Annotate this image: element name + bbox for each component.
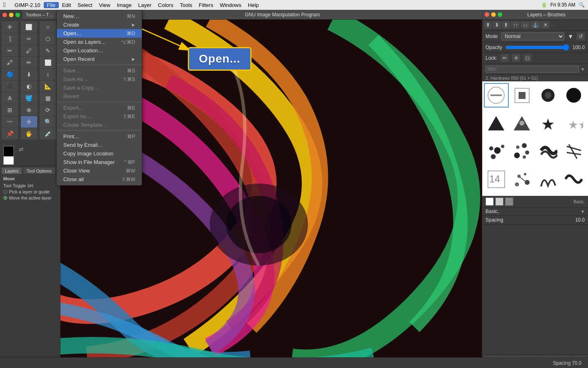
tool-color-picker[interactable]: 💉 [40,128,56,139]
brush-cell-12[interactable] [561,139,586,164]
menu-open-as-layers[interactable]: Open as Layers… ⌥⌘O [57,38,142,46]
brush-filter-arrow-icon[interactable]: ▼ [581,67,585,72]
menu-open-location[interactable]: Open Location… [57,46,142,55]
lock-position-btn[interactable]: ✛ [512,54,520,62]
tool-blur[interactable]: ⬛ [2,81,18,92]
minimize-button[interactable] [9,13,13,17]
tool-transform[interactable]: ⟳ [40,104,56,116]
tool-clone[interactable]: ⬇ [21,69,37,80]
menubar-file[interactable]: File [44,2,59,8]
rp-maximize-button[interactable] [498,12,502,17]
menubar-view[interactable]: View [96,2,114,8]
menu-send-email[interactable]: Send by Email… [57,141,142,149]
tool-dodge[interactable]: ◐ [21,81,37,92]
menu-close-view[interactable]: Close View ⌘W [57,166,142,175]
tab-tool-options[interactable]: Tool Options [23,168,55,174]
brush-cell-8[interactable]: ★★ [561,111,586,136]
menubar-windows[interactable]: Windows [216,2,245,8]
tool-bucket[interactable]: 🪣 [21,92,37,104]
brush-cell-2[interactable] [510,83,535,108]
menu-close-all[interactable]: Close all ⇧⌘W [57,175,142,184]
tool-pencil[interactable]: ✏ [21,57,37,68]
rp-layer-to-bottom[interactable]: ↓↓ [521,21,530,29]
menubar-search-icon[interactable]: 🔍 [579,2,585,8]
rp-minimize-button[interactable] [491,12,496,17]
brush-cell-14[interactable] [510,167,535,192]
brush-cell-1[interactable] [484,83,509,108]
rp-close-button[interactable] [485,12,489,17]
tool-smudge[interactable]: ↕ [40,69,56,80]
basic-dropdown-icon[interactable]: ▼ [581,209,585,214]
tool-zoom[interactable]: 🔍 [40,116,56,128]
menu-open-recent[interactable]: Open Recent ▶ [57,55,142,63]
tool-erase[interactable]: ⬜ [40,57,56,68]
palette-light-gray[interactable] [495,197,503,206]
rp-new-layer[interactable]: ⬆ [484,21,492,29]
menubar-colors[interactable]: Colors [155,2,177,8]
tool-move-active[interactable]: ✛ [21,116,37,128]
foreground-color-swatch[interactable] [3,146,14,157]
menu-copy-location[interactable]: Copy Image Location [57,149,142,158]
brush-cell-10[interactable] [510,139,535,164]
lock-alpha-btn[interactable]: ◻ [523,54,532,62]
option1-radio[interactable] [3,190,7,194]
brush-cell-7[interactable]: ★ [536,111,561,136]
menubar-select[interactable]: Select [74,2,96,8]
tool-crop[interactable]: ⊕ [21,104,37,116]
mode-select[interactable]: Normal Multiply Screen [501,32,564,40]
tool-paths[interactable]: ✎ [40,45,56,56]
tool-fuzzy-select[interactable]: ✂ [21,33,37,45]
menu-create[interactable]: Create ▶ [57,20,142,29]
brush-cell-11[interactable] [536,139,561,164]
menubar-image[interactable]: Image [114,2,135,8]
brush-cell-6[interactable] [510,111,535,136]
brush-cell-3[interactable] [536,83,561,108]
tool-free-select[interactable]: ⟆ [2,33,18,45]
tab-layers[interactable]: Layers [2,168,22,174]
tool-gradient[interactable]: ▦ [40,92,56,104]
brush-cell-5[interactable] [484,111,509,136]
menu-print[interactable]: Print… ⌘P [57,132,142,141]
brush-cell-16[interactable] [561,167,586,192]
tool-scissors[interactable]: ✂ [2,45,18,56]
rp-raise-layer[interactable]: ⬇ [493,21,501,29]
brush-cell-9[interactable] [484,139,509,164]
menubar-filters[interactable]: Filters [196,2,216,8]
tool-measure[interactable]: 📐 [40,81,56,92]
tool-heal[interactable]: 🔵 [2,69,18,80]
tool-align[interactable]: ⊞ [2,104,18,116]
brush-cell-4[interactable] [561,83,586,108]
opacity-slider[interactable] [506,44,569,51]
rp-delete-layer[interactable]: ✕ [541,21,550,29]
option1-row[interactable]: Pick a layer or guide [3,189,57,194]
tool-rect-select[interactable]: ⬜ [21,21,37,33]
close-button[interactable] [2,13,7,17]
menu-new[interactable]: New… ⌘N [57,12,142,20]
apple-icon[interactable]:  [3,1,6,9]
menubar-help[interactable]: Help [245,2,262,8]
menu-show-file-manager[interactable]: Show in File Manager ⌃⌘F [57,158,142,166]
menubar-layer[interactable]: Layer [135,2,155,8]
tool-foreground[interactable]: 🖊 [21,45,37,56]
maximize-button[interactable] [16,13,20,17]
tool-ellipse-select[interactable]: ○ [40,21,56,33]
brush-filter-input[interactable] [486,65,579,73]
mode-chevron-icon[interactable]: ▼ [568,33,573,40]
rp-anchor-layer[interactable]: ⚓ [530,21,541,29]
tool-flip[interactable]: 🖐 [21,128,37,139]
option2-row[interactable]: Move the active layer [3,195,57,200]
menubar-gimp[interactable]: GIMP-2.10 [11,2,44,8]
tool-text[interactable]: A [2,92,18,104]
menubar-edit[interactable]: Edit [59,2,74,8]
palette-gray[interactable] [505,197,513,206]
swap-colors-icon[interactable]: ⇄ [19,146,24,153]
tool-perspective[interactable]: 📌 [2,128,18,139]
tool-by-color[interactable]: ⬡ [40,33,56,45]
lock-pixels-btn[interactable]: ✏ [501,54,509,62]
option2-radio[interactable] [3,196,7,200]
tool-paint[interactable]: 🖍 [2,57,18,68]
rp-lower-layer[interactable]: ⬆ [502,21,510,29]
brush-cell-15[interactable] [536,167,561,192]
tool-move[interactable]: ✛ [2,21,18,33]
mode-reset[interactable]: ↺ [577,33,585,40]
